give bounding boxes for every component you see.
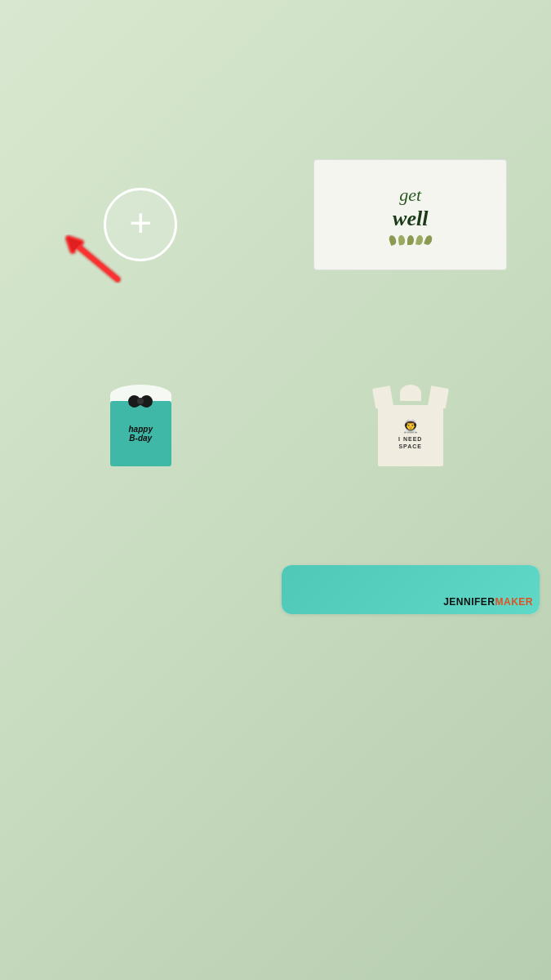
- red-arrow: [36, 222, 134, 287]
- get-well-image: get well: [282, 145, 540, 284]
- jennifer-maker-logo: JENNIFERMAKER: [443, 596, 533, 608]
- decorative-leaves: [389, 235, 432, 245]
- space-image: 👨‍🚀 I NEED SPACE: [282, 356, 540, 495]
- get-well-text: get well: [393, 185, 428, 232]
- content-grid: + New Project: [0, 136, 551, 565]
- space-card: 👨‍🚀 I NEED SPACE I Need Space T-Shirt Sh…: [282, 356, 540, 555]
- get-well-card-inner: get well: [313, 159, 507, 270]
- bday-bag-text: happyB-day: [129, 425, 153, 443]
- bottom-card-right-image: JENNIFERMAKER: [282, 565, 540, 614]
- jennifer-text: JENNIFER: [443, 596, 495, 608]
- maker-text: MAKER: [495, 596, 534, 608]
- bottom-card-right: JENNIFERMAKER: [282, 565, 540, 614]
